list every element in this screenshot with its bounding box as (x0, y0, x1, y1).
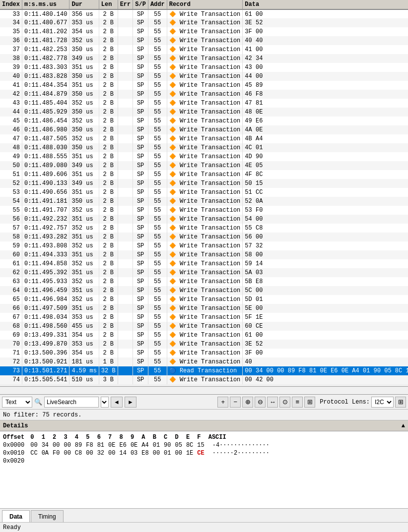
cell-record: 🔶 Write Transaction (167, 117, 243, 125)
table-row[interactable]: 36 0:11.481.728 352 us 2 B SP 55 🔶 Write… (0, 36, 408, 45)
add-button[interactable]: + (217, 397, 228, 408)
minus-button[interactable]: − (230, 397, 241, 408)
hscroll-inner[interactable] (0, 387, 408, 394)
details-col-header: 5 (86, 433, 97, 441)
grid-button[interactable]: ⊞ (304, 397, 315, 408)
table-row[interactable]: 43 0:11.485.404 352 us 2 B SP 55 🔶 Write… (0, 99, 408, 108)
table-row[interactable]: 41 0:11.484.354 351 us 2 B SP 55 🔶 Write… (0, 81, 408, 90)
table-row[interactable]: 56 0:11.492.232 351 us 2 B SP 55 🔶 Write… (0, 215, 408, 224)
details-panel: Details ▲ Offset0123456789ABCDEFASCII 0x… (0, 420, 408, 508)
table-row[interactable]: 62 0:11.495.392 351 us 2 B SP 55 🔶 Write… (0, 268, 408, 277)
search-input[interactable] (44, 397, 99, 408)
col-header-err[interactable]: Err (118, 0, 133, 9)
table-row[interactable]: 73 0:13.501.271 4.59 ms 32 B SP 55 🔵 Rea… (0, 366, 408, 375)
col-header-sp[interactable]: S/P (133, 0, 148, 9)
table-row[interactable]: 48 0:11.488.030 350 us 2 B SP 55 🔶 Write… (0, 143, 408, 152)
table-row[interactable]: 58 0:11.493.282 351 us 2 B SP 55 🔶 Write… (0, 233, 408, 241)
table-row[interactable]: 34 0:11.480.677 353 us 2 B SP 55 🔶 Write… (0, 18, 408, 27)
col-header-record[interactable]: Record (167, 0, 243, 9)
zoom-in-button[interactable]: ⊕ (242, 397, 253, 408)
table-row[interactable]: 63 0:11.495.933 352 us 2 B SP 55 🔶 Write… (0, 277, 408, 286)
table-row[interactable]: 72 0:13.500.921 181 us 1 B SP 55 🔶 Write… (0, 357, 408, 366)
col-header-len[interactable]: Len (99, 0, 118, 9)
table-row[interactable]: 70 0:13.499.870 353 us 2 B SP 55 🔶 Write… (0, 340, 408, 349)
table-row[interactable]: 60 0:11.494.333 351 us 2 B SP 55 🔶 Write… (0, 250, 408, 259)
cell-sp: SP (133, 313, 148, 322)
table-row[interactable]: 57 0:11.492.757 352 us 2 B SP 55 🔶 Write… (0, 224, 408, 233)
table-row[interactable]: 44 0:11.485.929 350 us 2 B SP 55 🔶 Write… (0, 108, 408, 117)
col-header-data[interactable]: Data (243, 0, 408, 9)
protocol-settings-button[interactable]: ⊞ (395, 397, 406, 408)
prev-button[interactable]: ◄ (111, 397, 123, 408)
table-row[interactable]: 38 0:11.482.778 349 us 2 B SP 55 🔶 Write… (0, 54, 408, 63)
hscroll-bar[interactable] (0, 387, 408, 395)
cell-data: 59 14 (243, 259, 408, 268)
table-row[interactable]: 69 0:13.499.331 354 us 2 B SP 55 🔶 Write… (0, 331, 408, 340)
table-row[interactable]: 52 0:11.490.133 349 us 2 B SP 55 🔶 Write… (0, 179, 408, 188)
cell-err (118, 259, 133, 268)
write-icon: 🔶 (169, 296, 176, 302)
table-row[interactable]: 39 0:11.483.303 351 us 2 B SP 55 🔶 Write… (0, 63, 408, 72)
table-row[interactable]: 46 0:11.486.980 350 us 2 B SP 55 🔶 Write… (0, 125, 408, 134)
table-row[interactable]: 74 0:15.505.541 510 us 3 B SP 55 🔶 Write… (0, 375, 408, 384)
table-row[interactable]: 35 0:11.481.202 354 us 2 B SP 55 🔶 Write… (0, 27, 408, 36)
table-row[interactable]: 53 0:11.490.656 351 us 2 B SP 55 🔶 Write… (0, 188, 408, 197)
table-row[interactable]: 55 0:11.491.707 352 us 2 B SP 55 🔶 Write… (0, 206, 408, 215)
cell-err (118, 304, 133, 313)
cell-len: 2 B (99, 125, 118, 134)
details-expand-icon[interactable]: ▲ (402, 422, 405, 429)
cell-sp: SP (133, 99, 148, 108)
zoom-out-button[interactable]: ⊖ (255, 397, 266, 408)
camera-button[interactable]: ⊙ (279, 397, 290, 408)
table-row[interactable]: 71 0:13.500.396 354 us 2 B SP 55 🔶 Write… (0, 349, 408, 357)
cell-time: 0:11.481.728 (22, 36, 69, 45)
table-row[interactable]: 66 0:11.497.509 351 us 2 B SP 55 🔶 Write… (0, 304, 408, 313)
toolbar: Text Regex Hex 🔍 ▼ ◄ ► + − ⊕ ⊖ ↔ ⊙ ≡ ⊞ P… (0, 395, 408, 410)
cell-index: 66 (0, 304, 22, 313)
table-row[interactable]: 67 0:11.498.034 353 us 2 B SP 55 🔶 Write… (0, 313, 408, 322)
cell-sp: SP (133, 72, 148, 81)
tab-data[interactable]: Data (2, 510, 30, 522)
cell-len: 2 B (99, 9, 118, 18)
write-icon: 🔶 (169, 341, 176, 347)
table-scroll[interactable]: Index m:s.ms.us Dur Len Err S/P Addr Rec… (0, 0, 408, 387)
table-row[interactable]: 65 0:11.496.984 352 us 2 B SP 55 🔶 Write… (0, 295, 408, 304)
col-header-time[interactable]: m:s.ms.us (22, 0, 69, 9)
cell-record: 🔶 Write Transaction (167, 233, 243, 241)
fit-button[interactable]: ↔ (267, 397, 278, 408)
table-row[interactable]: 59 0:11.493.808 352 us 2 B SP 55 🔶 Write… (0, 241, 408, 250)
table-row[interactable]: 50 0:11.489.080 349 us 2 B SP 55 🔶 Write… (0, 161, 408, 170)
table-row[interactable]: 54 0:11.491.181 350 us 2 B SP 55 🔶 Write… (0, 197, 408, 206)
table-row[interactable]: 40 0:11.483.828 350 us 2 B SP 55 🔶 Write… (0, 72, 408, 81)
filter-type-select[interactable]: Text Regex Hex (2, 397, 32, 408)
write-icon: 🔶 (169, 332, 176, 338)
cell-record: 🔶 Write Transaction (167, 340, 243, 349)
col-header-dur[interactable]: Dur (69, 0, 99, 9)
table-row[interactable]: 45 0:11.486.454 352 us 2 B SP 55 🔶 Write… (0, 117, 408, 125)
next-button[interactable]: ► (125, 397, 136, 408)
search-mode-select[interactable]: ▼ (101, 397, 109, 408)
cell-record: 🔶 Write Transaction (167, 295, 243, 304)
details-content[interactable]: Offset0123456789ABCDEFASCII 0x0000003400… (0, 431, 408, 508)
table-row[interactable]: 61 0:11.494.858 352 us 2 B SP 55 🔶 Write… (0, 259, 408, 268)
cell-len: 2 B (99, 90, 118, 99)
table-row[interactable]: 49 0:11.488.555 351 us 2 B SP 55 🔶 Write… (0, 152, 408, 161)
cell-time: 0:11.496.459 (22, 286, 69, 295)
details-hex-byte: 89 (75, 441, 86, 449)
table-row[interactable]: 64 0:11.496.459 351 us 2 B SP 55 🔶 Write… (0, 286, 408, 295)
cell-len: 2 B (99, 259, 118, 268)
list-button[interactable]: ≡ (292, 397, 303, 408)
table-row[interactable]: 42 0:11.484.879 350 us 2 B SP 55 🔶 Write… (0, 90, 408, 99)
protocol-lens-select[interactable]: I2C SPI UART (371, 397, 394, 408)
col-header-addr[interactable]: Addr (148, 0, 167, 9)
details-hex-byte: 00 (53, 441, 64, 449)
col-header-index[interactable]: Index (0, 0, 22, 9)
table-row[interactable]: 37 0:11.482.253 350 us 2 B SP 55 🔶 Write… (0, 45, 408, 54)
table-row[interactable]: 33 0:11.480.140 356 us 2 B SP 55 🔶 Write… (0, 9, 408, 18)
tab-timing[interactable]: Timing (31, 510, 64, 522)
table-row[interactable]: 47 0:11.487.505 352 us 2 B SP 55 🔶 Write… (0, 134, 408, 143)
table-row[interactable]: 51 0:11.489.606 351 us 2 B SP 55 🔶 Write… (0, 170, 408, 179)
table-row[interactable]: 68 0:11.498.560 455 us 2 B SP 55 🔶 Write… (0, 322, 408, 331)
cell-dur: 351 us (69, 250, 99, 259)
details-hex-byte: 00 (64, 449, 74, 457)
